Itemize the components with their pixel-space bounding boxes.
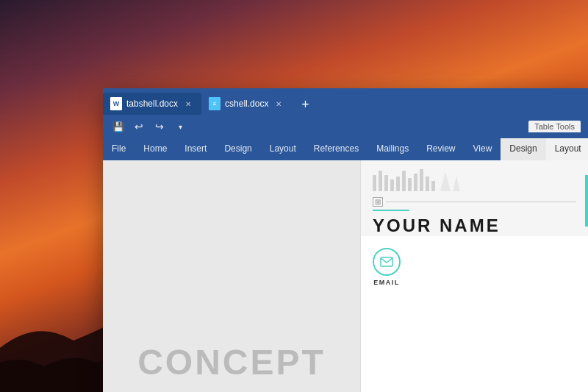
- tab2-filename: cshell.docx: [225, 99, 268, 109]
- undo-icon: ↩: [135, 121, 143, 132]
- quick-access-toolbar: 💾 ↩ ↪ ▾ Table Tools: [103, 115, 588, 138]
- deco-bar-3: [384, 175, 388, 191]
- email-envelope-icon: [380, 257, 393, 267]
- add-tab-button[interactable]: +: [295, 94, 315, 115]
- ribbon-tab-layout-context[interactable]: Layout: [546, 138, 588, 160]
- deco-bar-4: [390, 179, 394, 191]
- deco-bar-5: [396, 177, 400, 191]
- word-icon-tab1: W: [110, 97, 122, 110]
- save-button[interactable]: 💾: [110, 118, 126, 135]
- tab1-filename: tabshell.docx: [126, 99, 178, 109]
- email-icon-circle: [373, 248, 401, 276]
- deco-arrow-2: [453, 177, 460, 191]
- redo-button[interactable]: ↪: [151, 118, 168, 135]
- redo-icon: ↪: [155, 121, 164, 132]
- ribbon-tab-file[interactable]: File: [103, 138, 135, 160]
- email-widget: EMAIL: [373, 248, 401, 286]
- tab2-close-button[interactable]: ✕: [273, 98, 284, 110]
- your-name-heading: YOUR NAME: [373, 215, 576, 236]
- ribbon-tab-review[interactable]: Review: [417, 138, 464, 160]
- ribbon-tab-layout[interactable]: Layout: [261, 138, 305, 160]
- right-document[interactable]: ⊞ YOUR NAME: [360, 160, 588, 392]
- deco-bar-11: [431, 181, 435, 191]
- ribbon-tab-view[interactable]: View: [465, 138, 501, 160]
- ribbon: File Home Insert Design Layout Reference…: [103, 138, 588, 160]
- word-window: W tabshell.docx ✕ ≡ cshell.docx ✕ + 💾 ↩: [103, 88, 588, 392]
- watermark-text: CONCEPT: [137, 342, 326, 382]
- resume-deco-header: ⊞ YOUR NAME: [361, 160, 588, 236]
- document-content-area: CONCEPT: [103, 160, 588, 392]
- table-tools-label: Table Tools: [528, 121, 581, 132]
- deco-bar-2: [379, 171, 382, 191]
- ribbon-tab-mailings[interactable]: Mailings: [368, 138, 417, 160]
- deco-bars: [373, 169, 576, 191]
- deco-arrow: [440, 172, 451, 191]
- save-icon: 💾: [112, 121, 124, 132]
- deco-bar-7: [408, 178, 412, 191]
- email-label: EMAIL: [373, 279, 400, 286]
- ribbon-tab-home[interactable]: Home: [135, 138, 176, 160]
- teal-side-accent: [585, 175, 588, 227]
- ribbon-tab-design-context[interactable]: Design: [501, 138, 545, 160]
- horizontal-divider: [386, 202, 576, 202]
- tab-cshell[interactable]: ≡ cshell.docx ✕: [201, 93, 292, 115]
- email-section: EMAIL: [361, 236, 588, 298]
- left-document[interactable]: CONCEPT: [103, 160, 360, 392]
- tab1-close-button[interactable]: ✕: [182, 98, 194, 110]
- name-teal-underline: [373, 210, 409, 211]
- dropdown-icon: ▾: [179, 123, 182, 131]
- deco-bar-6: [402, 171, 406, 191]
- tab-tabshell[interactable]: W tabshell.docx ✕: [103, 93, 201, 115]
- ribbon-tab-design[interactable]: Design: [215, 138, 260, 160]
- undo-button[interactable]: ↩: [131, 118, 147, 135]
- deco-bar-9: [420, 169, 423, 191]
- add-tab-icon: +: [301, 97, 309, 113]
- title-bar: W tabshell.docx ✕ ≡ cshell.docx ✕ +: [103, 88, 588, 115]
- doc-icon-tab2: ≡: [209, 97, 220, 110]
- ribbon-tab-references[interactable]: References: [305, 138, 368, 160]
- name-section-header: ⊞: [373, 197, 576, 207]
- deco-bar-10: [426, 177, 429, 191]
- add-cross-icon: ⊞: [373, 197, 383, 207]
- ribbon-tab-insert[interactable]: Insert: [176, 138, 215, 160]
- svg-rect-0: [381, 257, 392, 266]
- customize-toolbar-button[interactable]: ▾: [172, 118, 188, 135]
- deco-bar-8: [414, 174, 417, 191]
- deco-bar-1: [373, 175, 376, 191]
